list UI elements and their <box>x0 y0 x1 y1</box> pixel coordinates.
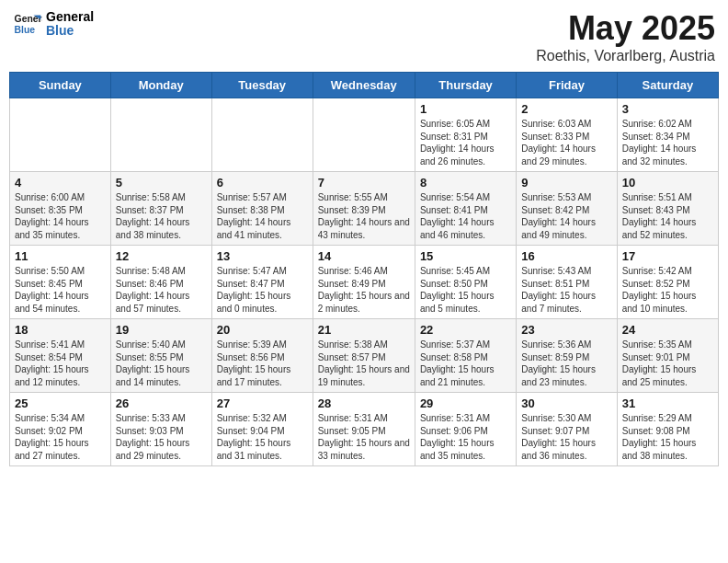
day-info: Sunrise: 5:46 AM Sunset: 8:49 PM Dayligh… <box>318 265 410 315</box>
day-info: Sunrise: 5:33 AM Sunset: 9:03 PM Dayligh… <box>116 412 207 462</box>
calendar-cell: 5Sunrise: 5:58 AM Sunset: 8:37 PM Daylig… <box>110 172 211 246</box>
day-number: 16 <box>521 249 611 263</box>
day-number: 20 <box>217 323 308 337</box>
day-number: 23 <box>521 323 611 337</box>
month-title: May 2025 <box>536 9 715 48</box>
day-info: Sunrise: 5:30 AM Sunset: 9:07 PM Dayligh… <box>521 412 611 462</box>
calendar-cell: 2Sunrise: 6:03 AM Sunset: 8:33 PM Daylig… <box>517 98 617 172</box>
logo-line2: Blue <box>46 24 94 38</box>
day-info: Sunrise: 5:47 AM Sunset: 8:47 PM Dayligh… <box>217 265 308 315</box>
day-number: 12 <box>116 249 207 263</box>
day-number: 1 <box>420 102 511 116</box>
col-wednesday: Wednesday <box>313 73 415 98</box>
calendar-cell <box>110 98 211 172</box>
calendar-cell <box>211 98 313 172</box>
calendar-cell: 22Sunrise: 5:37 AM Sunset: 8:58 PM Dayli… <box>415 319 516 393</box>
calendar-cell: 7Sunrise: 5:55 AM Sunset: 8:39 PM Daylig… <box>313 172 415 246</box>
day-info: Sunrise: 5:29 AM Sunset: 9:08 PM Dayligh… <box>622 412 713 462</box>
day-number: 26 <box>116 396 207 410</box>
calendar-cell: 4Sunrise: 6:00 AM Sunset: 8:35 PM Daylig… <box>10 172 111 246</box>
day-info: Sunrise: 5:48 AM Sunset: 8:46 PM Dayligh… <box>116 265 207 315</box>
day-info: Sunrise: 5:40 AM Sunset: 8:55 PM Dayligh… <box>116 339 207 388</box>
calendar-cell: 24Sunrise: 5:35 AM Sunset: 9:01 PM Dayli… <box>617 319 718 393</box>
calendar-cell: 8Sunrise: 5:54 AM Sunset: 8:41 PM Daylig… <box>415 172 516 246</box>
col-friday: Friday <box>517 73 617 98</box>
col-sunday: Sunday <box>10 73 111 98</box>
day-info: Sunrise: 5:53 AM Sunset: 8:42 PM Dayligh… <box>521 191 611 241</box>
col-tuesday: Tuesday <box>211 73 313 98</box>
calendar-cell: 30Sunrise: 5:30 AM Sunset: 9:07 PM Dayli… <box>517 393 617 466</box>
day-number: 15 <box>420 249 511 263</box>
location-title: Roethis, Vorarlberg, Austria <box>536 48 715 64</box>
day-number: 29 <box>420 396 511 410</box>
day-number: 9 <box>521 176 611 190</box>
day-info: Sunrise: 5:51 AM Sunset: 8:43 PM Dayligh… <box>622 191 713 241</box>
day-info: Sunrise: 5:41 AM Sunset: 8:54 PM Dayligh… <box>15 339 106 388</box>
calendar-cell: 16Sunrise: 5:43 AM Sunset: 8:51 PM Dayli… <box>517 246 617 319</box>
calendar-cell: 26Sunrise: 5:33 AM Sunset: 9:03 PM Dayli… <box>110 393 211 466</box>
day-number: 17 <box>622 249 713 263</box>
calendar-cell: 10Sunrise: 5:51 AM Sunset: 8:43 PM Dayli… <box>617 172 718 246</box>
day-info: Sunrise: 5:37 AM Sunset: 8:58 PM Dayligh… <box>420 339 511 388</box>
day-info: Sunrise: 5:57 AM Sunset: 8:38 PM Dayligh… <box>217 191 308 241</box>
day-info: Sunrise: 5:54 AM Sunset: 8:41 PM Dayligh… <box>420 191 511 241</box>
calendar-week-1: 1Sunrise: 6:05 AM Sunset: 8:31 PM Daylig… <box>10 98 719 172</box>
calendar-cell: 27Sunrise: 5:32 AM Sunset: 9:04 PM Dayli… <box>211 393 313 466</box>
day-number: 10 <box>622 176 713 190</box>
col-thursday: Thursday <box>415 73 516 98</box>
calendar-cell: 13Sunrise: 5:47 AM Sunset: 8:47 PM Dayli… <box>211 246 313 319</box>
calendar-cell: 18Sunrise: 5:41 AM Sunset: 8:54 PM Dayli… <box>10 319 111 393</box>
calendar-cell: 12Sunrise: 5:48 AM Sunset: 8:46 PM Dayli… <box>110 246 211 319</box>
logo-line1: General <box>46 10 94 24</box>
day-number: 11 <box>15 249 106 263</box>
calendar-cell: 25Sunrise: 5:34 AM Sunset: 9:02 PM Dayli… <box>10 393 111 466</box>
day-number: 19 <box>116 323 207 337</box>
day-number: 22 <box>420 323 511 337</box>
day-info: Sunrise: 5:50 AM Sunset: 8:45 PM Dayligh… <box>15 265 106 315</box>
day-number: 3 <box>622 102 713 116</box>
calendar-cell: 11Sunrise: 5:50 AM Sunset: 8:45 PM Dayli… <box>10 246 111 319</box>
calendar-week-3: 11Sunrise: 5:50 AM Sunset: 8:45 PM Dayli… <box>10 246 719 319</box>
calendar-cell: 3Sunrise: 6:02 AM Sunset: 8:34 PM Daylig… <box>617 98 718 172</box>
day-info: Sunrise: 6:03 AM Sunset: 8:33 PM Dayligh… <box>521 118 611 167</box>
calendar-table: Sunday Monday Tuesday Wednesday Thursday… <box>9 72 719 466</box>
day-info: Sunrise: 5:39 AM Sunset: 8:56 PM Dayligh… <box>217 339 308 388</box>
calendar-cell <box>10 98 111 172</box>
calendar-cell <box>313 98 415 172</box>
day-number: 28 <box>318 396 410 410</box>
day-info: Sunrise: 5:55 AM Sunset: 8:39 PM Dayligh… <box>318 191 410 241</box>
day-number: 2 <box>521 102 611 116</box>
day-info: Sunrise: 5:35 AM Sunset: 9:01 PM Dayligh… <box>622 339 713 388</box>
day-number: 27 <box>217 396 308 410</box>
day-info: Sunrise: 5:34 AM Sunset: 9:02 PM Dayligh… <box>15 412 106 462</box>
header-row: Sunday Monday Tuesday Wednesday Thursday… <box>10 73 719 98</box>
calendar-cell: 29Sunrise: 5:31 AM Sunset: 9:06 PM Dayli… <box>415 393 516 466</box>
day-number: 14 <box>318 249 410 263</box>
day-info: Sunrise: 5:58 AM Sunset: 8:37 PM Dayligh… <box>116 191 207 241</box>
day-number: 31 <box>622 396 713 410</box>
day-number: 13 <box>217 249 308 263</box>
day-number: 7 <box>318 176 410 190</box>
calendar-cell: 21Sunrise: 5:38 AM Sunset: 8:57 PM Dayli… <box>313 319 415 393</box>
col-monday: Monday <box>110 73 211 98</box>
day-info: Sunrise: 6:05 AM Sunset: 8:31 PM Dayligh… <box>420 118 511 167</box>
logo-icon: General Blue <box>13 9 42 39</box>
calendar-cell: 1Sunrise: 6:05 AM Sunset: 8:31 PM Daylig… <box>415 98 516 172</box>
day-number: 18 <box>15 323 106 337</box>
day-number: 5 <box>116 176 207 190</box>
day-number: 8 <box>420 176 511 190</box>
calendar-cell: 14Sunrise: 5:46 AM Sunset: 8:49 PM Dayli… <box>313 246 415 319</box>
day-number: 25 <box>15 396 106 410</box>
calendar-cell: 6Sunrise: 5:57 AM Sunset: 8:38 PM Daylig… <box>211 172 313 246</box>
calendar-week-2: 4Sunrise: 6:00 AM Sunset: 8:35 PM Daylig… <box>10 172 719 246</box>
day-info: Sunrise: 5:31 AM Sunset: 9:05 PM Dayligh… <box>318 412 410 462</box>
calendar-cell: 17Sunrise: 5:42 AM Sunset: 8:52 PM Dayli… <box>617 246 718 319</box>
day-info: Sunrise: 5:36 AM Sunset: 8:59 PM Dayligh… <box>521 339 611 388</box>
day-number: 6 <box>217 176 308 190</box>
day-number: 30 <box>521 396 611 410</box>
calendar-cell: 20Sunrise: 5:39 AM Sunset: 8:56 PM Dayli… <box>211 319 313 393</box>
day-number: 21 <box>318 323 410 337</box>
calendar-cell: 15Sunrise: 5:45 AM Sunset: 8:50 PM Dayli… <box>415 246 516 319</box>
calendar-cell: 31Sunrise: 5:29 AM Sunset: 9:08 PM Dayli… <box>617 393 718 466</box>
calendar-week-4: 18Sunrise: 5:41 AM Sunset: 8:54 PM Dayli… <box>10 319 719 393</box>
